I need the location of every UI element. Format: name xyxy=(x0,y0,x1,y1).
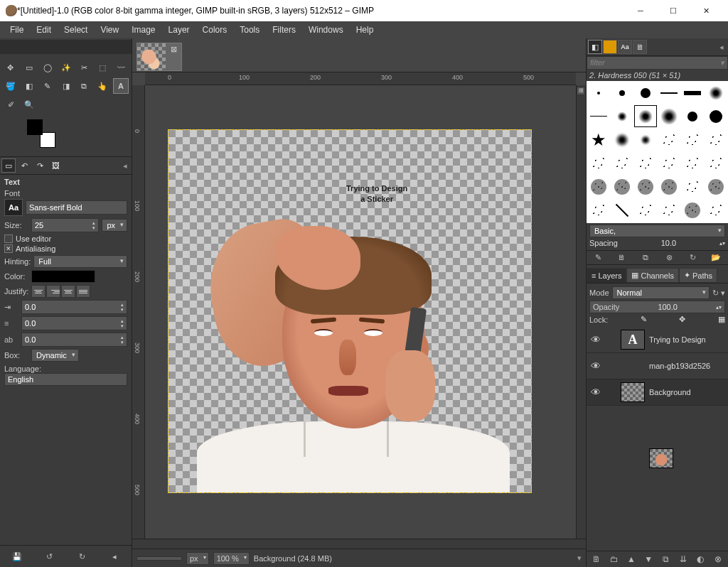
layer-name[interactable]: Trying to Design xyxy=(649,335,725,344)
lock-position-icon[interactable]: ✥ xyxy=(679,315,685,324)
menu-tools[interactable]: Tools xyxy=(234,23,265,37)
unit-select[interactable]: px xyxy=(186,552,209,565)
indent-input[interactable]: 0.0▴▾ xyxy=(21,300,127,314)
duplicate-brush-icon[interactable]: ⧉ xyxy=(639,253,652,262)
brush-grid[interactable]: ★ xyxy=(587,81,728,223)
open-as-image-icon[interactable]: 📂 xyxy=(710,253,722,262)
minimize-button[interactable]: ─ xyxy=(624,0,657,21)
rect-select-tool[interactable]: ▭ xyxy=(21,60,37,75)
images-tab[interactable]: 🖼 xyxy=(48,158,63,173)
mode-switch-icon[interactable]: ↻ ▾ xyxy=(712,288,725,298)
restore-preset-icon[interactable]: ↺ xyxy=(42,549,58,564)
menu-colors[interactable]: Colors xyxy=(197,23,233,37)
new-brush-icon[interactable]: 🗎 xyxy=(616,253,628,262)
canvas-viewport[interactable]: Trying to Design a Sticker xyxy=(145,85,576,539)
hinting-select[interactable]: Full xyxy=(33,255,127,268)
brushes-tab[interactable]: ◧ xyxy=(588,40,602,54)
tool-options-tab[interactable]: ▭ xyxy=(1,158,16,173)
antialiasing-checkbox[interactable]: ✕Antialiasing xyxy=(4,244,127,253)
eraser-tool[interactable]: ◨ xyxy=(58,78,74,94)
move-tool[interactable]: ✥ xyxy=(3,60,18,75)
justify-fill-button[interactable] xyxy=(76,285,90,298)
text-color-field[interactable] xyxy=(31,270,95,283)
bucket-tool[interactable]: 🪣 xyxy=(3,78,18,94)
canvas[interactable]: Trying to Design a Sticker xyxy=(168,129,532,493)
zoom-tool[interactable]: 🔍 xyxy=(21,97,37,112)
free-select-tool[interactable]: ◯ xyxy=(40,60,55,75)
warp-tool[interactable]: 〰 xyxy=(113,60,129,75)
image-tab-close-icon[interactable]: ⊠ xyxy=(166,43,181,70)
fuzzy-select-tool[interactable]: ✨ xyxy=(58,60,74,75)
menu-windows[interactable]: Windows xyxy=(303,23,349,37)
size-unit-select[interactable]: px xyxy=(102,219,127,232)
raise-layer-icon[interactable]: ▲ xyxy=(625,554,638,564)
patterns-tab[interactable] xyxy=(603,40,617,54)
visibility-toggle-icon[interactable]: 👁 xyxy=(589,387,602,398)
visibility-toggle-icon[interactable]: 👁 xyxy=(589,334,602,345)
font-name-field[interactable]: Sans-serif Bold xyxy=(26,200,127,215)
clone-tool[interactable]: ⧉ xyxy=(76,78,92,94)
layers-tab[interactable]: ≡Layers xyxy=(587,268,626,283)
maximize-button[interactable]: ☐ xyxy=(657,0,690,21)
menu-image[interactable]: Image xyxy=(126,23,161,37)
menu-select[interactable]: Select xyxy=(58,23,93,37)
font-picker-icon[interactable]: Aa xyxy=(4,199,23,216)
layer-item-text[interactable]: 👁 Trying to Design xyxy=(587,327,728,353)
refresh-brush-icon[interactable]: ↻ xyxy=(686,253,699,262)
channels-tab[interactable]: ▦Channels xyxy=(626,268,678,283)
layer-name[interactable]: man-gb193d2526 xyxy=(649,362,725,370)
justify-center-button[interactable] xyxy=(61,285,75,298)
foreground-color[interactable] xyxy=(27,119,43,135)
delete-preset-icon[interactable]: ↻ xyxy=(74,549,90,564)
brush-preset-select[interactable]: Basic, xyxy=(589,225,725,237)
use-editor-checkbox[interactable]: Use editor xyxy=(4,234,127,243)
edit-brush-icon[interactable]: ✎ xyxy=(592,253,605,262)
lower-layer-icon[interactable]: ▼ xyxy=(642,554,655,564)
crop-tool[interactable]: ✂ xyxy=(76,60,92,75)
new-group-icon[interactable]: 🗀 xyxy=(608,554,621,564)
line-spacing-input[interactable]: 0.0▴▾ xyxy=(21,316,127,330)
image-tab-untitled[interactable]: ⊠ xyxy=(136,43,182,71)
menu-edit[interactable]: Edit xyxy=(31,23,57,37)
layer-name[interactable]: Background xyxy=(649,388,725,396)
gradient-tool[interactable]: ◧ xyxy=(21,78,37,94)
save-preset-icon[interactable]: 💾 xyxy=(9,549,25,564)
opacity-value[interactable]: 100.0 xyxy=(658,303,678,311)
menu-layer[interactable]: Layer xyxy=(163,23,196,37)
ruler-vertical[interactable]: 0 100 200 300 400 500 xyxy=(132,85,145,539)
smudge-tool[interactable]: 👆 xyxy=(95,78,110,94)
document-history-tab[interactable]: 🗎 xyxy=(633,40,647,54)
text-tool[interactable]: A xyxy=(113,78,129,94)
menu-filters[interactable]: Filters xyxy=(267,23,301,37)
brush-filter-input[interactable]: filter▾ xyxy=(587,56,728,70)
pencil-tool[interactable]: ✎ xyxy=(40,78,55,94)
lock-pixels-icon[interactable]: ✎ xyxy=(641,315,647,324)
transform-tool[interactable]: ⬚ xyxy=(95,60,110,75)
scrollbar-vertical[interactable]: ⊞ xyxy=(576,85,586,539)
undo-history-tab[interactable]: ↷ xyxy=(33,158,47,173)
layer-item-background[interactable]: 👁 Background xyxy=(587,379,728,406)
ruler-horizontal[interactable]: 0 100 200 300 400 500 xyxy=(145,72,576,85)
delete-brush-icon[interactable]: ⊗ xyxy=(663,253,675,262)
zoom-select[interactable]: 100 % xyxy=(213,552,250,565)
justify-right-button[interactable] xyxy=(46,285,60,298)
spacing-value[interactable]: 10.0 xyxy=(661,239,676,247)
menu-view[interactable]: View xyxy=(95,23,124,37)
mode-select[interactable]: Normal xyxy=(612,286,710,299)
navigation-icon[interactable]: ⊞ xyxy=(577,87,585,95)
size-input[interactable]: 25▴▾ xyxy=(31,218,99,232)
paths-tab[interactable]: ✦Paths xyxy=(679,268,717,283)
dock-menu-icon[interactable]: ◂ xyxy=(120,161,130,171)
close-button[interactable]: ✕ xyxy=(690,0,722,21)
layer-item-man[interactable]: 👁 man-gb193d2526 xyxy=(587,353,728,379)
box-select[interactable]: Dynamic xyxy=(31,349,79,362)
mask-layer-icon[interactable]: ◐ xyxy=(694,554,707,564)
menu-help[interactable]: Help xyxy=(350,23,380,37)
cancel-icon[interactable]: ▾ xyxy=(577,554,582,563)
dock-config-icon[interactable]: ◂ xyxy=(717,43,727,52)
text-layer-content[interactable]: Trying to Design a Sticker xyxy=(346,183,407,205)
visibility-toggle-icon[interactable]: 👁 xyxy=(589,360,602,372)
fonts-tab[interactable]: Aa xyxy=(618,40,632,54)
delete-layer-icon[interactable]: ⊗ xyxy=(712,554,724,564)
lock-alpha-icon[interactable]: ▦ xyxy=(718,315,725,324)
